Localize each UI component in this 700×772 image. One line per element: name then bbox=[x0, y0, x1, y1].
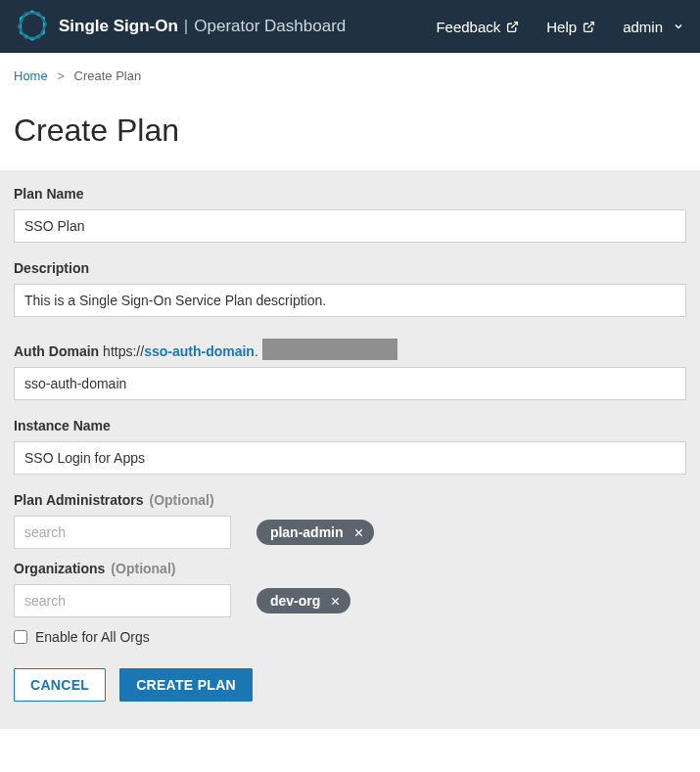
brand-title: Single Sign-On bbox=[59, 17, 178, 36]
breadcrumb: Home > Create Plan bbox=[0, 53, 700, 89]
enable-all-orgs-checkbox[interactable] bbox=[14, 630, 27, 644]
help-label: Help bbox=[546, 19, 577, 35]
organizations-optional: (Optional) bbox=[111, 561, 175, 576]
description-input[interactable] bbox=[14, 284, 686, 317]
auth-domain-url-prefix: https:// bbox=[103, 343, 144, 359]
plan-admin-chip: plan-admin bbox=[257, 520, 374, 545]
plan-admins-label-text: Plan Administrators bbox=[14, 492, 144, 508]
breadcrumb-home[interactable]: Home bbox=[14, 68, 48, 83]
organizations-field: Organizations (Optional) dev-org bbox=[14, 561, 686, 617]
enable-all-orgs-row: Enable for All Orgs bbox=[14, 629, 686, 645]
user-menu[interactable]: admin bbox=[623, 19, 684, 35]
breadcrumb-current: Create Plan bbox=[74, 68, 142, 83]
enable-all-orgs-label[interactable]: Enable for All Orgs bbox=[35, 629, 150, 645]
auth-domain-label-text: Auth Domain bbox=[14, 343, 99, 359]
brand[interactable]: Single Sign-On | Operator Dashboard bbox=[16, 9, 346, 45]
plan-name-input[interactable] bbox=[14, 209, 686, 243]
organizations-search-input[interactable] bbox=[14, 584, 231, 617]
instance-name-input[interactable] bbox=[14, 441, 686, 475]
external-link-icon bbox=[506, 21, 519, 33]
svg-line-3 bbox=[588, 22, 594, 27]
plan-admins-field: Plan Administrators (Optional) plan-admi… bbox=[14, 492, 686, 549]
brand-subtitle: Operator Dashboard bbox=[194, 17, 346, 36]
page-title: Create Plan bbox=[0, 89, 700, 170]
auth-domain-label: Auth Domain https://sso-auth-domain. bbox=[14, 335, 397, 359]
plan-admins-search-input[interactable] bbox=[14, 516, 231, 549]
svg-line-2 bbox=[512, 22, 518, 27]
auth-domain-url-subdomain: sso-auth-domain bbox=[144, 343, 255, 359]
organizations-label: Organizations (Optional) bbox=[14, 561, 686, 576]
button-row: Cancel Create Plan bbox=[14, 668, 686, 702]
instance-name-field: Instance Name bbox=[14, 418, 686, 475]
feedback-label: Feedback bbox=[436, 19, 500, 35]
brand-separator: | bbox=[184, 17, 188, 36]
description-label: Description bbox=[14, 260, 686, 276]
logo-icon bbox=[16, 9, 49, 45]
plan-admins-optional: (Optional) bbox=[150, 492, 214, 508]
auth-domain-url-dot: . bbox=[255, 343, 258, 359]
plan-admins-label: Plan Administrators (Optional) bbox=[14, 492, 686, 508]
remove-chip-icon[interactable] bbox=[330, 596, 341, 607]
remove-chip-icon[interactable] bbox=[353, 527, 364, 538]
user-name: admin bbox=[623, 19, 663, 35]
auth-domain-input[interactable] bbox=[14, 367, 686, 400]
organization-chip: dev-org bbox=[257, 588, 350, 613]
description-field: Description bbox=[14, 260, 686, 317]
app-header: Single Sign-On | Operator Dashboard Feed… bbox=[0, 0, 700, 53]
instance-name-label: Instance Name bbox=[14, 418, 686, 433]
breadcrumb-separator: > bbox=[57, 68, 65, 83]
chevron-down-icon bbox=[673, 19, 684, 35]
plan-name-field: Plan Name bbox=[14, 186, 686, 243]
organizations-label-text: Organizations bbox=[14, 561, 105, 576]
feedback-link[interactable]: Feedback bbox=[436, 19, 519, 35]
cancel-button[interactable]: Cancel bbox=[14, 668, 106, 702]
plan-name-label: Plan Name bbox=[14, 186, 686, 202]
external-link-icon bbox=[583, 21, 595, 33]
organization-chip-label: dev-org bbox=[270, 593, 320, 609]
auth-domain-redacted bbox=[262, 339, 397, 360]
create-plan-button[interactable]: Create Plan bbox=[119, 668, 253, 702]
auth-domain-field: Auth Domain https://sso-auth-domain. bbox=[14, 335, 686, 400]
header-links: Feedback Help admin bbox=[436, 19, 684, 35]
form-panel: Plan Name Description Auth Domain https:… bbox=[0, 170, 700, 729]
plan-admin-chip-label: plan-admin bbox=[270, 524, 344, 540]
help-link[interactable]: Help bbox=[546, 19, 595, 35]
